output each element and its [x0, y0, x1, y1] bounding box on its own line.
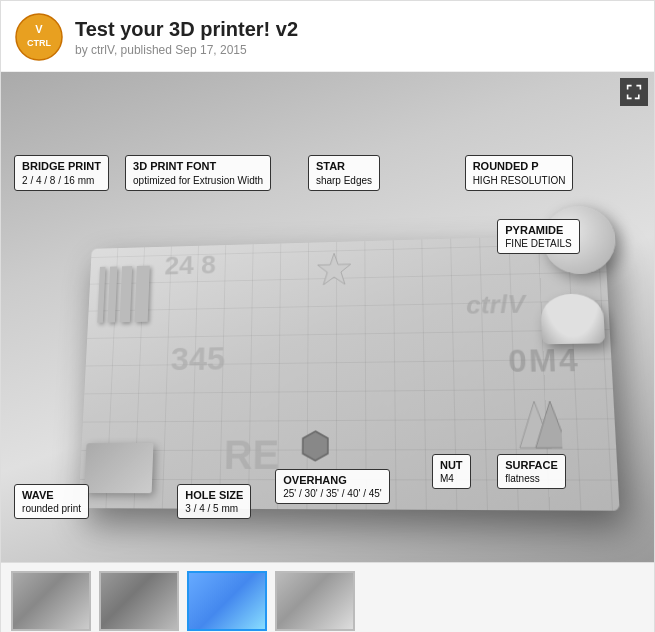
card: V CTRL Test your 3D printer! v2 by ctrlV…	[0, 0, 655, 632]
svg-marker-3	[317, 253, 350, 285]
annotation-wave: WAVE rounded print	[14, 484, 89, 519]
annotation-star: STAR sharp Edges	[308, 155, 380, 190]
page-subtitle: by ctrlV, published Sep 17, 2015	[75, 43, 298, 57]
om4-text: 0M4	[508, 342, 581, 380]
expand-icon	[626, 84, 642, 100]
svg-point-0	[16, 14, 62, 60]
thumb-4-image	[277, 573, 353, 629]
thumb-1-image	[13, 573, 89, 629]
expand-button[interactable]	[620, 78, 648, 106]
main-image-container: 0M4 ctrlV RE	[1, 72, 654, 632]
annotation-bridge-print: BRIDGE PRINT 2 / 4 / 8 / 16 mm	[14, 155, 109, 190]
thumbnail-1[interactable]	[11, 571, 91, 631]
annotation-rounded-p: ROUNDED P HIGH RESOLUTION	[465, 155, 574, 190]
thumbnail-2[interactable]	[99, 571, 179, 631]
arrow-objects	[507, 391, 562, 458]
annotation-surface: SURFACE flatness	[497, 454, 566, 489]
annotation-hole-size: HOLE SIZE 3 / 4 / 5 mm	[177, 484, 251, 519]
bridge-columns	[97, 266, 150, 323]
thumbnail-3[interactable]	[187, 571, 267, 631]
page-title: Test your 3D printer! v2	[75, 17, 298, 41]
logo-icon: V CTRL	[15, 13, 63, 61]
ctrlv-text: ctrlV	[466, 289, 526, 321]
thumbnail-4[interactable]	[275, 571, 355, 631]
header-text: Test your 3D printer! v2 by ctrlV, publi…	[75, 17, 298, 57]
thumbnails-row	[1, 562, 654, 632]
annotation-overhang: OVERHANG 25' / 30' / 35' / 40' / 45'	[275, 469, 390, 504]
thumb-2-image	[101, 573, 177, 629]
hex-object	[297, 428, 332, 468]
numbers-mid: 345	[170, 339, 225, 377]
main-image: 0M4 ctrlV RE	[1, 72, 654, 562]
svg-marker-4	[302, 431, 327, 461]
wave-object	[84, 443, 153, 493]
annotation-pyramide: PYRAMIDE FINE DETAILS	[497, 219, 580, 254]
svg-text:CTRL: CTRL	[27, 38, 51, 48]
header: V CTRL Test your 3D printer! v2 by ctrlV…	[1, 1, 654, 72]
svg-text:V: V	[35, 23, 43, 35]
annotation-3d-print-font: 3D PRINT FONT optimized for Extrusion Wi…	[125, 155, 271, 190]
annotation-nut: NUT M4	[432, 454, 471, 489]
numbers-top: 24 8	[164, 250, 216, 281]
re-text: RE	[224, 432, 280, 478]
thumb-3-image	[189, 573, 265, 629]
